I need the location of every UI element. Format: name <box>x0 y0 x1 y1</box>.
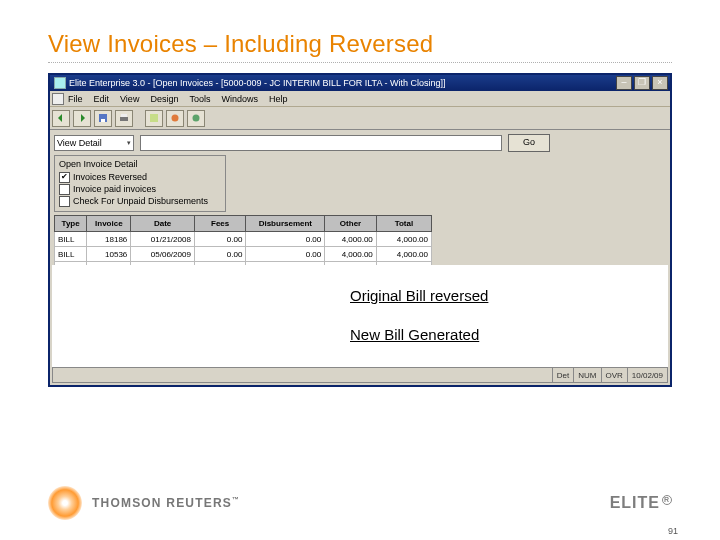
callout-original-reversed: Original Bill reversed <box>350 287 488 304</box>
menu-help[interactable]: Help <box>269 94 288 104</box>
menu-tools[interactable]: Tools <box>189 94 210 104</box>
menu-bar: File Edit View Design Tools Windows Help <box>50 91 670 107</box>
print-button[interactable] <box>115 110 133 127</box>
menu-windows[interactable]: Windows <box>221 94 258 104</box>
slide-footer: THOMSON REUTERS™ ELITER <box>48 486 672 520</box>
cell: 4,000.00 <box>376 247 431 262</box>
col-date[interactable]: Date <box>131 216 195 232</box>
view-mode-combo[interactable]: View Detail ▾ <box>54 135 134 151</box>
cell: 0.00 <box>246 232 325 247</box>
table-row[interactable]: BILL 18186 01/21/2008 0.00 0.00 4,000.00… <box>55 232 432 247</box>
window-title: Elite Enterprise 3.0 - [Open Invoices - … <box>69 78 616 88</box>
page-title: View Invoices – Including Reversed <box>48 30 672 58</box>
checkbox-icon <box>59 184 70 195</box>
cell: 0.00 <box>194 247 246 262</box>
cell: 0.00 <box>194 232 246 247</box>
back-button[interactable] <box>52 110 70 127</box>
checkbox-icon <box>59 196 70 207</box>
title-rule <box>48 62 672 63</box>
cell: BILL <box>55 247 87 262</box>
cell: 4,000.00 <box>325 232 377 247</box>
window-titlebar: Elite Enterprise 3.0 - [Open Invoices - … <box>50 75 670 91</box>
options-header: Open Invoice Detail <box>59 159 221 169</box>
minimize-button[interactable]: – <box>616 76 632 90</box>
status-cell: 10/02/09 <box>627 368 667 382</box>
status-cell: OVR <box>601 368 627 382</box>
thomson-reuters-logo: THOMSON REUTERS™ <box>48 486 240 520</box>
page-number: 91 <box>668 526 678 536</box>
menu-view[interactable]: View <box>120 94 139 104</box>
status-cell: Det <box>552 368 573 382</box>
cell: 4,000.00 <box>325 247 377 262</box>
cell: 4,000.00 <box>376 232 431 247</box>
tool-button-1[interactable] <box>145 110 163 127</box>
elite-logo: ELITER <box>610 494 672 512</box>
svg-point-5 <box>172 115 179 122</box>
go-button[interactable]: Go <box>508 134 550 152</box>
col-type[interactable]: Type <box>55 216 87 232</box>
svg-rect-2 <box>120 117 128 121</box>
cell: BILL <box>55 232 87 247</box>
svg-rect-4 <box>150 114 158 122</box>
cell: 01/21/2008 <box>131 232 195 247</box>
tool-button-3[interactable] <box>187 110 205 127</box>
brand-text: THOMSON REUTERS <box>92 496 232 510</box>
checkbox-icon: ✔ <box>59 172 70 183</box>
col-disb[interactable]: Disbursement <box>246 216 325 232</box>
search-input[interactable] <box>140 135 502 151</box>
cell: 18186 <box>87 232 131 247</box>
callout-new-bill: New Bill Generated <box>350 326 488 343</box>
close-button[interactable]: × <box>652 76 668 90</box>
menu-edit[interactable]: Edit <box>94 94 110 104</box>
cell: 05/06/2009 <box>131 247 195 262</box>
cell: 10536 <box>87 247 131 262</box>
toolbar <box>50 107 670 130</box>
app-icon <box>54 77 66 89</box>
option-label: Invoices Reversed <box>73 172 147 182</box>
cell: 0.00 <box>246 247 325 262</box>
maximize-button[interactable]: ❐ <box>634 76 650 90</box>
options-panel: Open Invoice Detail ✔ Invoices Reversed … <box>54 155 226 212</box>
option-unpaid-disbursements[interactable]: Check For Unpaid Disbursements <box>59 195 221 207</box>
view-mode-value: View Detail <box>57 138 102 148</box>
col-other[interactable]: Other <box>325 216 377 232</box>
menu-file[interactable]: File <box>68 94 83 104</box>
option-label: Check For Unpaid Disbursements <box>73 196 208 206</box>
tool-button-2[interactable] <box>166 110 184 127</box>
col-invoice[interactable]: Invoice <box>87 216 131 232</box>
option-invoices-reversed[interactable]: ✔ Invoices Reversed <box>59 171 221 183</box>
option-label: Invoice paid invoices <box>73 184 156 194</box>
table-row[interactable]: BILL 10536 05/06/2009 0.00 0.00 4,000.00… <box>55 247 432 262</box>
app-window: Elite Enterprise 3.0 - [Open Invoices - … <box>48 73 672 387</box>
save-button[interactable] <box>94 110 112 127</box>
col-total[interactable]: Total <box>376 216 431 232</box>
svg-point-6 <box>193 115 200 122</box>
col-fees[interactable]: Fees <box>194 216 246 232</box>
mdi-icon <box>52 93 64 105</box>
status-bar: Det NUM OVR 10/02/09 <box>52 367 668 383</box>
option-invoice-paid[interactable]: Invoice paid invoices <box>59 183 221 195</box>
menu-design[interactable]: Design <box>150 94 178 104</box>
brand-text: ELITE <box>610 494 660 511</box>
chevron-down-icon: ▾ <box>127 139 131 147</box>
status-cell: NUM <box>573 368 600 382</box>
svg-rect-3 <box>121 114 127 117</box>
sunburst-icon <box>48 486 82 520</box>
svg-rect-1 <box>101 119 105 122</box>
forward-button[interactable] <box>73 110 91 127</box>
